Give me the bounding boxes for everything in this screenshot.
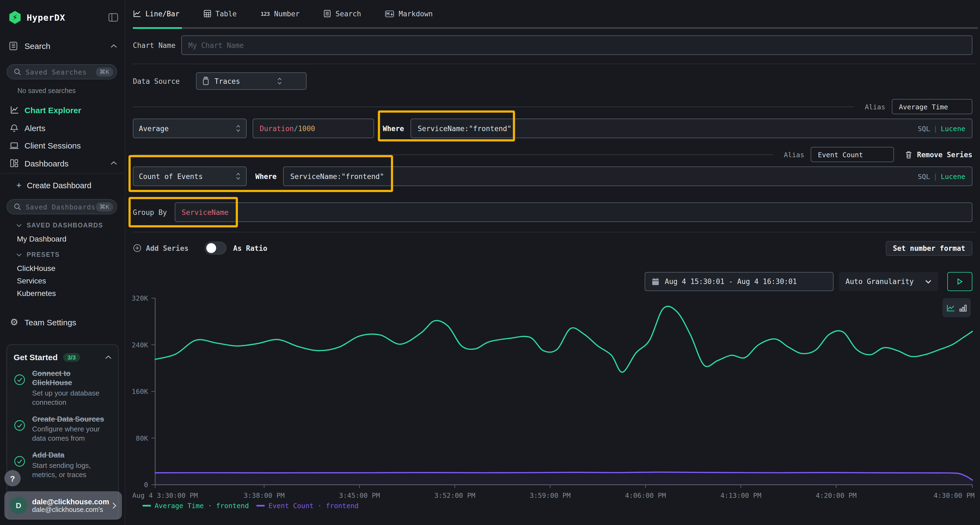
user-account-chip[interactable]: D dale@clickhouse.com dale@clickhouse.co… bbox=[4, 491, 122, 520]
list-icon bbox=[324, 10, 331, 17]
get-started-item-desc: Configure where your data comes from bbox=[32, 425, 111, 444]
saved-dashboards-section-header[interactable]: SAVED DASHBOARDS bbox=[16, 222, 103, 228]
run-query-button[interactable] bbox=[947, 272, 972, 291]
remove-series-label: Remove Series bbox=[917, 151, 973, 159]
toggle-knob bbox=[207, 243, 216, 253]
y-tick-label: 160K bbox=[132, 388, 148, 395]
legend-item[interactable]: Event Count · frontend bbox=[256, 501, 358, 510]
get-started-item-desc: Start sending logs, metrics, or traces bbox=[32, 462, 111, 480]
saved-dashboards-input[interactable]: Saved Dashboards ⌘K bbox=[6, 199, 117, 214]
where-query: ServiceName:"frontend" bbox=[290, 172, 384, 180]
add-series-button[interactable]: Add Series bbox=[133, 244, 189, 252]
help-button[interactable]: ? bbox=[4, 470, 21, 486]
shortcut-badge: ⌘K bbox=[95, 67, 113, 76]
legend-item[interactable]: Average Time · frontend bbox=[143, 501, 249, 510]
date-range-input[interactable]: Aug 4 15:30:01 - Aug 4 16:30:01 bbox=[644, 272, 834, 291]
gear-icon: ⚙ bbox=[9, 317, 20, 328]
tab-search[interactable]: Search bbox=[324, 10, 361, 18]
aggregation-value: Average bbox=[139, 124, 169, 132]
y-tick-label: 0 bbox=[144, 481, 148, 489]
tab-markdown[interactable]: Markdown bbox=[385, 10, 433, 18]
lucene-mode-button[interactable]: Lucene bbox=[941, 124, 965, 132]
select-caret-icon bbox=[277, 77, 282, 85]
chart-name-label: Chart Name bbox=[133, 41, 176, 49]
series-1-field-expression-input[interactable]: Duration/1000 bbox=[253, 119, 374, 138]
chart-name-input[interactable]: My Chart Name bbox=[181, 35, 972, 55]
divider bbox=[133, 63, 976, 64]
sidebar-item-client-sessions[interactable]: Client Sessions bbox=[9, 139, 117, 152]
chart-line-average-time bbox=[155, 306, 972, 372]
expression-number: 1000 bbox=[298, 124, 315, 132]
chevron-down-icon bbox=[925, 279, 932, 284]
series-1-where-input[interactable]: ServiceName:"frontend" SQL|Lucene bbox=[410, 119, 972, 138]
user-email: dale@clickhouse.com bbox=[32, 498, 109, 506]
series-1-alias-row: Alias Average Time bbox=[133, 99, 972, 114]
remove-series-button[interactable]: Remove Series bbox=[905, 151, 973, 159]
y-tick-label: 320K bbox=[132, 294, 148, 302]
where-query: ServiceName:"frontend" bbox=[418, 124, 511, 132]
data-source-value: Traces bbox=[215, 77, 240, 85]
group-by-row: Group By ServiceName bbox=[133, 202, 972, 222]
as-ratio-toggle[interactable] bbox=[205, 241, 227, 255]
avatar: D bbox=[10, 497, 27, 514]
sql-mode-button[interactable]: SQL bbox=[918, 124, 930, 132]
sidebar-item-chart-explorer[interactable]: Chart Explorer bbox=[9, 103, 117, 116]
series-2-aggregation-select[interactable]: Count of Events bbox=[133, 167, 247, 186]
get-started-item-desc: Set up your database connection bbox=[32, 389, 111, 408]
app-title: HyperDX bbox=[27, 12, 65, 22]
x-tick-label: 4:30:00 PM bbox=[934, 492, 975, 500]
saved-dashboards-placeholder: Saved Dashboards bbox=[25, 203, 95, 211]
sidebar-item-alerts[interactable]: Alerts bbox=[9, 121, 117, 134]
get-started-item[interactable]: Add Data Start sending logs, metrics, or… bbox=[14, 451, 111, 480]
tab-number[interactable]: 123 Number bbox=[261, 10, 300, 18]
divider bbox=[133, 232, 976, 232]
aggregation-value: Count of Events bbox=[139, 172, 203, 180]
sidebar-item-my-dashboard[interactable]: My Dashboard bbox=[17, 235, 67, 243]
chart-plot[interactable]: 080K160K240K320KAug 4 3:30:00 PM3:38:00 … bbox=[125, 294, 980, 511]
sidebar-item-dashboards[interactable]: Dashboards bbox=[9, 157, 117, 170]
where-label: Where bbox=[383, 124, 404, 132]
series-divider-line bbox=[133, 154, 773, 155]
series-2-where-input[interactable]: ServiceName:"frontend" SQL|Lucene bbox=[283, 167, 972, 186]
tab-label: Table bbox=[215, 10, 237, 18]
shortcut-badge: ⌘K bbox=[95, 202, 113, 211]
data-source-select[interactable]: Traces bbox=[196, 72, 307, 90]
sidebar-item-services[interactable]: Services bbox=[17, 276, 46, 285]
granularity-select[interactable]: Auto Granularity bbox=[839, 272, 938, 291]
sidebar-item-team-settings[interactable]: ⚙ Team Settings bbox=[9, 317, 76, 328]
series-1-row: Average Duration/1000 Where ServiceName:… bbox=[133, 119, 972, 138]
where-label: Where bbox=[255, 172, 277, 180]
create-dashboard-button[interactable]: + Create Dashboard bbox=[16, 181, 91, 190]
bell-icon bbox=[9, 123, 20, 132]
get-started-header[interactable]: Get Started 3/3 bbox=[14, 352, 111, 362]
lucene-mode-button[interactable]: Lucene bbox=[941, 172, 965, 180]
get-started-item[interactable]: Connect to ClickHouse Set up your databa… bbox=[14, 370, 111, 407]
series-1-alias-input[interactable]: Average Time bbox=[892, 99, 972, 114]
tab-table[interactable]: Table bbox=[204, 10, 237, 18]
sidebar-item-clickhouse[interactable]: ClickHouse bbox=[17, 264, 56, 273]
presets-section-header[interactable]: PRESETS bbox=[16, 251, 60, 258]
data-source-row: Data Source bbox=[133, 72, 180, 90]
saved-searches-input[interactable]: Saved Searches ⌘K bbox=[6, 64, 117, 79]
search-section-header[interactable]: Search bbox=[9, 41, 117, 51]
series-2-alias-input[interactable]: Event Count bbox=[811, 147, 894, 162]
search-icon bbox=[14, 203, 21, 211]
chevron-up-icon[interactable] bbox=[105, 355, 111, 359]
get-started-item[interactable]: Create Data Sources Configure where your… bbox=[14, 415, 111, 443]
chevron-up-icon[interactable] bbox=[111, 44, 117, 48]
chart-name-row: Chart Name My Chart Name bbox=[133, 35, 972, 55]
sql-mode-button[interactable]: SQL bbox=[918, 172, 930, 180]
collapse-sidebar-icon[interactable] bbox=[108, 13, 118, 22]
set-number-format-button[interactable]: Set number format bbox=[886, 241, 972, 255]
chart-region: 080K160K240K320KAug 4 3:30:00 PM3:38:00 … bbox=[125, 294, 980, 511]
group-by-input[interactable]: ServiceName bbox=[175, 202, 972, 222]
series-1-aggregation-select[interactable]: Average bbox=[133, 119, 247, 138]
sidebar-item-kubernetes[interactable]: Kubernetes bbox=[17, 289, 56, 298]
tab-label: Number bbox=[274, 10, 300, 18]
alias-value: Average Time bbox=[899, 103, 948, 111]
team-settings-label: Team Settings bbox=[24, 318, 76, 327]
chevron-up-icon[interactable] bbox=[111, 161, 117, 165]
sidebar-item-label: Client Sessions bbox=[24, 141, 81, 150]
tab-line-bar[interactable]: Line/Bar bbox=[133, 10, 180, 18]
y-tick-label: 80K bbox=[136, 435, 148, 442]
